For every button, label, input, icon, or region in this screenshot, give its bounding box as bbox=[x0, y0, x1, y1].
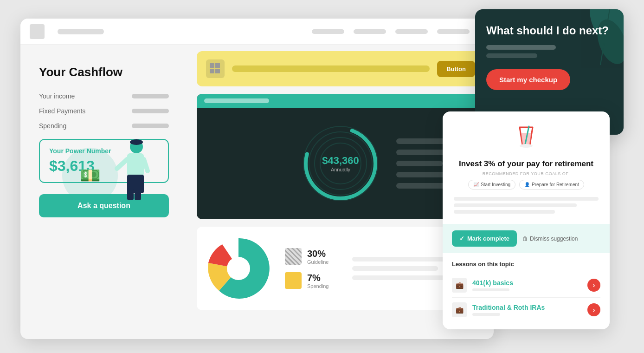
cashflow-title: Your Cashflow bbox=[39, 65, 169, 79]
lessons-title: Lessons on this topic bbox=[452, 261, 600, 268]
suggestion-icon-area bbox=[443, 111, 610, 159]
lesson-icon-symbol-1: 💼 bbox=[456, 281, 464, 289]
extra-bar-2 bbox=[352, 266, 438, 271]
yellow-card-icon bbox=[206, 59, 225, 78]
circle-center: $43,360 Annually bbox=[322, 155, 359, 172]
svg-rect-2 bbox=[127, 153, 144, 176]
spending-bar bbox=[132, 124, 169, 128]
income-row: Your income bbox=[39, 92, 169, 100]
lesson-item-2[interactable]: 💼 Traditional & Roth IRAs › bbox=[452, 298, 600, 322]
nav-link-2[interactable] bbox=[354, 29, 386, 34]
analytics-card-header bbox=[197, 94, 484, 108]
start-checkup-button[interactable]: Start my checkup bbox=[486, 69, 570, 90]
nav-link-4[interactable] bbox=[437, 29, 470, 34]
fixed-payments-bar bbox=[132, 109, 169, 113]
pie-chart bbox=[206, 236, 271, 301]
circle-chart: $43,360 Annually bbox=[299, 122, 382, 205]
dismiss-label: Dismiss suggestion bbox=[530, 235, 578, 242]
lesson-item-1[interactable]: 💼 401(k) basics › bbox=[452, 273, 600, 298]
guideline-stat: 30% Guideline bbox=[285, 248, 329, 265]
tag-icon-2: 👤 bbox=[524, 182, 530, 187]
yellow-card: Button bbox=[197, 51, 484, 86]
svg-point-24 bbox=[520, 144, 533, 148]
main-content: Button bbox=[197, 51, 484, 310]
tag-prepare-retirement[interactable]: 👤 Prepare for Retirement bbox=[519, 180, 584, 190]
lesson-text-2: Traditional & Roth IRAs bbox=[472, 304, 587, 316]
guideline-pct: 30% bbox=[307, 248, 328, 259]
svg-line-4 bbox=[144, 159, 148, 171]
spending-stat: 7% Spending bbox=[285, 272, 329, 289]
tag-icon-1: 📈 bbox=[473, 182, 479, 187]
suggestion-title: Invest 3% of your pay for retirement bbox=[454, 159, 599, 169]
spending-text: 7% Spending bbox=[307, 273, 329, 289]
tag-label-2: Prepare for Retirement bbox=[532, 182, 579, 187]
lesson-icon-symbol-2: 💼 bbox=[456, 306, 464, 314]
circle-period: Annually bbox=[322, 167, 359, 172]
extra-bar-3 bbox=[352, 275, 451, 280]
lesson-name-1: 401(k) basics bbox=[472, 279, 587, 287]
income-label: Your income bbox=[39, 92, 75, 100]
yellow-card-bar bbox=[232, 65, 430, 72]
svg-rect-11 bbox=[215, 69, 220, 73]
suggestion-rec-label: RECOMMENDED FOR YOUR GOALS OF: bbox=[454, 171, 599, 176]
analytics-card: $43,360 Annually bbox=[197, 94, 484, 219]
guideline-icon bbox=[285, 248, 302, 265]
svg-rect-7 bbox=[135, 189, 141, 200]
mark-complete-button[interactable]: ✓ Mark complete bbox=[452, 230, 517, 247]
svg-rect-6 bbox=[127, 189, 134, 200]
spending-row: Spending bbox=[39, 122, 169, 130]
lesson-arrow-1[interactable]: › bbox=[587, 279, 600, 292]
trash-icon: 🗑 bbox=[522, 235, 528, 242]
circle-amount: $43,360 bbox=[322, 155, 359, 167]
income-bar bbox=[132, 94, 169, 98]
svg-point-17 bbox=[227, 257, 250, 280]
s-bar-1 bbox=[454, 197, 599, 201]
nav-link-1[interactable] bbox=[312, 29, 344, 34]
lesson-arrow-2[interactable]: › bbox=[587, 303, 600, 316]
checkmark-icon: ✓ bbox=[459, 235, 464, 242]
nav-brand bbox=[58, 29, 104, 34]
bottom-card: 30% Guideline 7% Spending bbox=[197, 227, 484, 310]
right-panel-content: What should I do next? Start my checkup bbox=[475, 9, 624, 101]
nav-link-3[interactable] bbox=[395, 29, 428, 34]
suggestion-body: Invest 3% of your pay for retirement REC… bbox=[443, 159, 610, 224]
svg-point-1 bbox=[130, 139, 143, 145]
svg-rect-9 bbox=[215, 63, 220, 68]
lesson-icon-2: 💼 bbox=[452, 302, 467, 317]
spending-icon bbox=[285, 272, 302, 289]
analytics-card-body: $43,360 Annually bbox=[197, 108, 484, 219]
money-circle: 💵 bbox=[62, 148, 118, 203]
fixed-payments-label: Fixed Payments bbox=[39, 107, 85, 115]
spending-label: Spending bbox=[39, 122, 66, 130]
right-panel-title: What should I do next? bbox=[486, 23, 612, 38]
spending-label: Spending bbox=[307, 283, 329, 289]
lesson-name-2: Traditional & Roth IRAs bbox=[472, 304, 587, 311]
lesson-icon-1: 💼 bbox=[452, 278, 467, 293]
yellow-card-button[interactable]: Button bbox=[437, 61, 475, 77]
nav-logo bbox=[30, 24, 45, 39]
svg-rect-10 bbox=[210, 69, 214, 73]
suggestion-description-bars bbox=[454, 197, 599, 214]
mark-complete-area: ✓ Mark complete 🗑 Dismiss suggestion bbox=[443, 224, 610, 253]
svg-line-3 bbox=[117, 159, 127, 169]
spending-pct: 7% bbox=[307, 273, 329, 283]
dismiss-button[interactable]: 🗑 Dismiss suggestion bbox=[522, 235, 578, 242]
svg-rect-8 bbox=[210, 63, 214, 68]
lesson-bar-1 bbox=[472, 288, 509, 291]
tag-label-1: Start Investing bbox=[481, 182, 510, 187]
lesson-bar-2 bbox=[472, 313, 500, 316]
s-bar-2 bbox=[454, 203, 577, 207]
right-panel-bar2 bbox=[486, 53, 537, 58]
tag-start-investing[interactable]: 📈 Start Investing bbox=[468, 180, 515, 190]
guideline-text: 30% Guideline bbox=[307, 248, 328, 265]
guideline-label: Guideline bbox=[307, 259, 328, 265]
drink-icon bbox=[513, 123, 539, 154]
suggestion-tags: 📈 Start Investing 👤 Prepare for Retireme… bbox=[454, 180, 599, 190]
lesson-text-1: 401(k) basics bbox=[472, 279, 587, 291]
stats-column: 30% Guideline 7% Spending bbox=[285, 248, 329, 289]
illustration: 💵 bbox=[62, 129, 155, 203]
main-app-window: ≡ Your Cashflow Your income Fixed Paymen… bbox=[20, 19, 494, 339]
s-bar-3 bbox=[454, 210, 555, 214]
mark-complete-label: Mark complete bbox=[467, 235, 509, 242]
left-sidebar: Your Cashflow Your income Fixed Payments… bbox=[39, 65, 169, 217]
